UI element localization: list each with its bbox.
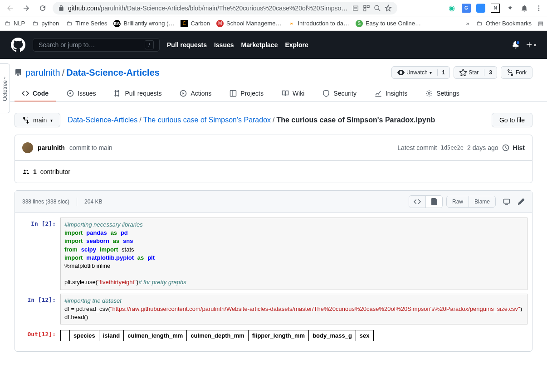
nav-pull-requests[interactable]: Pull requests xyxy=(167,41,207,48)
url-bar[interactable]: github.com/parulnith/Data-Science-Articl… xyxy=(53,2,397,15)
folder-icon: 🗀 xyxy=(476,20,483,27)
ext-grammarly-icon[interactable]: ◉ xyxy=(447,4,456,13)
caret-down-icon: ▾ xyxy=(534,43,536,48)
code-cell-2: In [12]: #importng the dataset df = pd.r… xyxy=(20,294,527,325)
create-new-button[interactable]: ▾ xyxy=(526,41,536,48)
caret-down-icon: ▾ xyxy=(50,118,53,123)
nav-marketplace[interactable]: Marketplace xyxy=(241,41,278,48)
tab-settings[interactable]: Settings xyxy=(418,86,467,102)
graph-icon xyxy=(375,90,382,97)
search-input[interactable]: Search or jump to… / xyxy=(33,38,160,52)
bookmark-carbon[interactable]: CCarbon xyxy=(181,20,210,27)
project-icon xyxy=(230,90,237,97)
bookmark-timeseries[interactable]: 🗀TIme Series xyxy=(65,20,107,27)
file-size: 204 KB xyxy=(84,198,102,205)
repo-owner-link[interactable]: parulnith xyxy=(25,68,60,77)
bookmark-brilliantly[interactable]: BWBrilliantly wrong (… xyxy=(113,20,174,27)
edit-button[interactable] xyxy=(518,198,525,205)
blame-button[interactable]: Blame xyxy=(469,196,495,207)
goto-file-button[interactable]: Go to file xyxy=(492,113,532,127)
chevron-right-icon: › xyxy=(4,75,5,80)
tab-projects[interactable]: Projects xyxy=(222,86,271,102)
ext-zoom-icon[interactable] xyxy=(476,4,485,13)
commit-when[interactable]: 2 days ago xyxy=(467,144,498,151)
file-box: 338 lines (338 sloc) 204 KB Raw Blame In… xyxy=(15,190,532,352)
rendered-view-button[interactable] xyxy=(425,196,442,208)
bookmark-intro[interactable]: ∞Introduction to da… xyxy=(288,20,349,27)
qr-icon[interactable] xyxy=(363,5,370,12)
people-icon xyxy=(22,168,29,175)
breadcrumb-current: The curious case of Simpson's Paradox.ip… xyxy=(277,116,435,124)
svg-point-8 xyxy=(538,5,540,7)
reload-button[interactable] xyxy=(36,2,49,15)
menu-icon[interactable] xyxy=(534,4,543,13)
code-icon xyxy=(414,198,421,205)
history-link[interactable]: Hist xyxy=(513,144,525,151)
output-block: species island culmen_length_mm culmen_d… xyxy=(60,328,527,343)
tab-pull-requests[interactable]: Pull requests xyxy=(107,86,169,102)
star-button[interactable]: Star 3 xyxy=(454,66,497,79)
pencil-icon xyxy=(518,198,525,205)
other-bookmarks[interactable]: 🗀Other Bookmarks xyxy=(476,20,532,27)
forward-button[interactable] xyxy=(20,2,33,15)
branch-icon xyxy=(22,116,29,124)
slash-key-icon: / xyxy=(145,40,154,49)
desktop-icon xyxy=(503,198,510,205)
nav-explore[interactable]: Explore xyxy=(285,41,308,48)
zoom-icon[interactable] xyxy=(374,5,381,12)
commit-message[interactable]: commit to main xyxy=(69,144,112,151)
bookmark-easy[interactable]: SEasy to use Online… xyxy=(356,20,421,27)
ext-translate-icon[interactable]: G xyxy=(462,4,471,13)
repo-name-link[interactable]: Data-Science-Articles xyxy=(66,68,160,77)
bookmark-python[interactable]: 🗀python xyxy=(31,20,59,27)
input-prompt: In [12]: xyxy=(20,294,60,325)
folder-icon: 🗀 xyxy=(4,20,11,27)
desktop-button[interactable] xyxy=(503,198,510,205)
input-prompt: In [2]: xyxy=(20,218,60,290)
github-logo-icon[interactable] xyxy=(11,38,25,52)
back-button[interactable] xyxy=(4,2,16,15)
reading-list-icon[interactable]: ▤ xyxy=(538,20,543,27)
breadcrumb-dir[interactable]: The curious case of Simpson's Paradox xyxy=(143,116,271,124)
notifications-button[interactable] xyxy=(512,41,519,48)
fork-button[interactable]: Fork xyxy=(501,66,532,79)
reader-icon[interactable] xyxy=(352,5,359,12)
nav-issues[interactable]: Issues xyxy=(214,41,234,48)
bookmark-nlp[interactable]: 🗀NLP xyxy=(4,20,25,27)
raw-button[interactable]: Raw xyxy=(447,196,469,207)
commit-author[interactable]: parulnith xyxy=(38,144,65,151)
branch-selector[interactable]: main ▾ xyxy=(15,113,60,127)
breadcrumb: Data-Science-Articles/The curious case o… xyxy=(68,116,435,124)
play-icon xyxy=(180,90,187,97)
contributors-row: 1 contributor xyxy=(15,160,532,183)
tab-insights[interactable]: Insights xyxy=(367,86,415,102)
bookmark-overflow[interactable]: » xyxy=(466,20,469,27)
commit-sha[interactable]: 1d5ee2e xyxy=(440,145,464,151)
avatar[interactable] xyxy=(22,142,33,153)
eye-icon xyxy=(397,69,405,76)
svg-rect-4 xyxy=(367,5,369,8)
star-icon[interactable] xyxy=(385,5,392,12)
bookmark-school[interactable]: MSchool Manageme… xyxy=(216,20,281,27)
plus-icon xyxy=(526,41,533,48)
pr-icon xyxy=(114,90,121,97)
tab-code[interactable]: Code xyxy=(15,86,56,102)
breadcrumb-repo[interactable]: Data-Science-Articles xyxy=(68,116,137,124)
lock-icon xyxy=(58,5,64,11)
source-view-button[interactable] xyxy=(409,196,425,208)
tab-actions[interactable]: Actions xyxy=(172,86,219,102)
notifications-icon[interactable] xyxy=(520,4,529,13)
code-block[interactable]: #importing necessary libraries import pa… xyxy=(60,218,527,290)
tab-issues[interactable]: Issues xyxy=(59,86,103,102)
reload-icon xyxy=(39,4,47,12)
ext-misc-icon[interactable]: ✦ xyxy=(505,4,514,13)
output-prompt: Out[12]: xyxy=(20,328,60,343)
tab-security[interactable]: Security xyxy=(315,86,364,102)
ext-notion-icon[interactable]: N xyxy=(491,4,500,13)
code-block[interactable]: #importng the dataset df = pd.read_csv("… xyxy=(60,294,527,325)
tab-wiki[interactable]: Wiki xyxy=(274,86,312,102)
octotree-tab[interactable]: › Octotree xyxy=(0,63,10,113)
unwatch-button[interactable]: Unwatch ▾ 1 xyxy=(391,66,450,79)
file-info-bar: 338 lines (338 sloc) 204 KB Raw Blame xyxy=(15,191,532,213)
history-icon[interactable] xyxy=(502,144,509,151)
